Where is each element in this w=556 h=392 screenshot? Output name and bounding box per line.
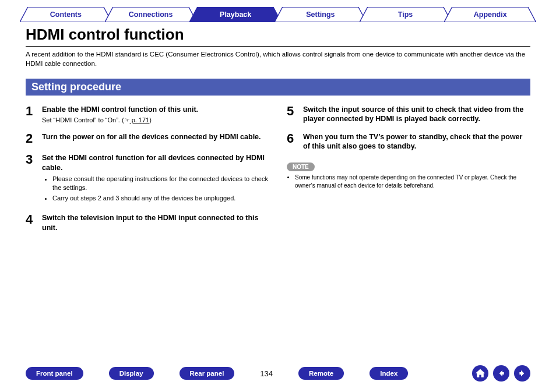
steps-left-column: 1 Enable the HDMI control function of th…	[26, 105, 269, 241]
front-panel-button[interactable]: Front panel	[26, 367, 83, 380]
note-label: NOTE	[287, 163, 315, 171]
step-subtext: Set “HDMI Control” to “On”. (☞ p. 171)	[42, 116, 269, 124]
tab-appendix[interactable]: Appendix	[444, 7, 536, 22]
step-4: 4 Switch the television input to the HDM…	[26, 213, 269, 232]
step-title: Switch the input source of this unit to …	[303, 105, 530, 124]
tab-label: Contents	[50, 10, 82, 19]
pointer-icon: ☞	[124, 116, 130, 123]
step-6: 6 When you turn the TV’s power to standb…	[287, 132, 530, 151]
step-title: Switch the television input to the HDMI …	[42, 213, 269, 232]
list-item: Carry out steps 2 and 3 should any of th…	[52, 194, 269, 203]
section-heading: Setting procedure	[26, 79, 530, 96]
tab-tips[interactable]: Tips	[360, 7, 452, 22]
steps-right-column: 5 Switch the input source of this unit t…	[287, 105, 530, 241]
tab-label: Settings	[306, 10, 335, 19]
index-button[interactable]: Index	[370, 367, 408, 380]
step-number: 2	[26, 132, 36, 145]
tab-label: Connections	[129, 10, 173, 19]
list-item: Some functions may not operate depending…	[295, 174, 530, 189]
step-number: 4	[26, 213, 36, 232]
step-1: 1 Enable the HDMI control function of th…	[26, 105, 269, 124]
page-title: HDMI control function	[26, 26, 530, 44]
tab-label: Playback	[220, 10, 251, 19]
step-title: Set the HDMI control function for all de…	[42, 153, 269, 172]
step-5: 5 Switch the input source of this unit t…	[287, 105, 530, 124]
step-title: Turn the power on for all the devices co…	[42, 132, 269, 142]
tab-label: Tips	[398, 10, 413, 19]
tab-connections[interactable]: Connections	[105, 7, 197, 22]
tab-contents[interactable]: Contents	[20, 7, 112, 22]
tab-playback[interactable]: Playback	[189, 7, 281, 22]
page-number: 134	[260, 369, 273, 378]
intro-text: A recent addition to the HDMI standard i…	[26, 50, 530, 68]
step-number: 1	[26, 105, 36, 124]
display-button[interactable]: Display	[109, 367, 154, 380]
step-number: 5	[287, 105, 297, 124]
top-tabs: Contents Connections Playback Settings T…	[0, 0, 556, 22]
tab-settings[interactable]: Settings	[275, 7, 367, 22]
step-number: 3	[26, 153, 36, 205]
step-3: 3 Set the HDMI control function for all …	[26, 153, 269, 205]
step-2: 2 Turn the power on for all the devices …	[26, 132, 269, 145]
page-link[interactable]: p. 171	[130, 116, 150, 123]
footer-nav: Front panel Display Rear panel 134 Remot…	[0, 365, 556, 382]
step-bullets: Please consult the operating instruction…	[52, 175, 269, 203]
tab-label: Appendix	[474, 10, 507, 19]
step-title: Enable the HDMI control function of this…	[42, 105, 269, 114]
note-list: Some functions may not operate depending…	[295, 174, 530, 189]
prev-page-icon[interactable]	[493, 365, 509, 382]
title-rule	[26, 46, 530, 47]
remote-button[interactable]: Remote	[298, 367, 344, 380]
list-item: Please consult the operating instruction…	[52, 175, 269, 192]
next-page-icon[interactable]	[514, 365, 530, 382]
home-icon[interactable]	[472, 365, 488, 382]
step-title: When you turn the TV’s power to standby,…	[303, 132, 530, 151]
step-number: 6	[287, 132, 297, 151]
rear-panel-button[interactable]: Rear panel	[180, 367, 235, 380]
